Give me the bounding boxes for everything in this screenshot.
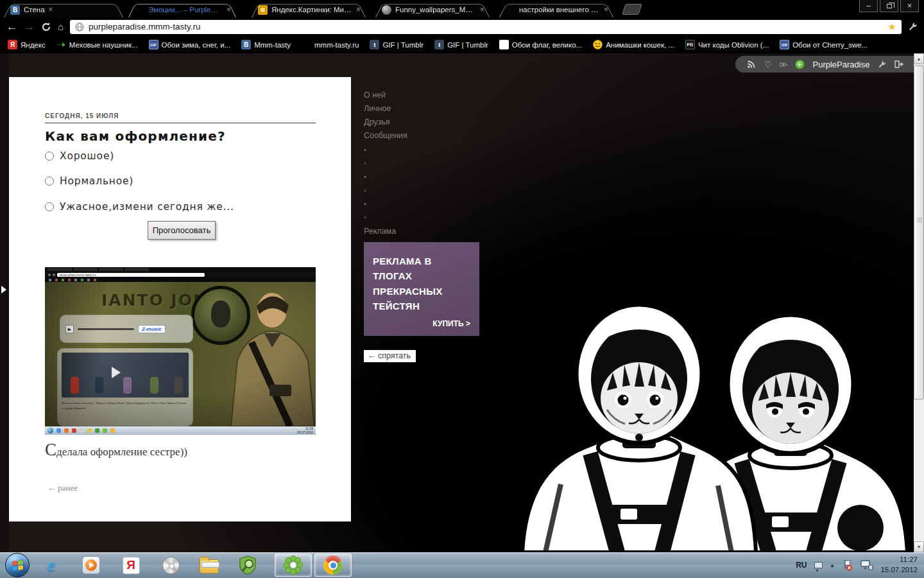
tasty-mosaic-icon (506, 5, 515, 15)
sidebar-bullet[interactable]: ▫ (364, 159, 366, 167)
sidebar-bullet[interactable]: • (364, 200, 366, 207)
forward-button[interactable]: → (24, 21, 35, 32)
minimize-button[interactable]: – (859, 0, 878, 12)
scroll-down-arrow[interactable]: ▼ (914, 541, 924, 552)
tab-purpleparadise[interactable]: Эмоции... – PurpleParadis × (128, 2, 236, 17)
vote-button[interactable]: Проголосовать (148, 221, 216, 240)
action-center-flag-icon[interactable] (842, 559, 853, 571)
taskbar-icq-open[interactable] (275, 554, 312, 577)
radio-button[interactable] (45, 152, 54, 161)
language-indicator[interactable]: RU (796, 561, 807, 570)
mini-address: ianto-jones.mmm-tasty.ru (57, 273, 205, 277)
sidebar-link-about[interactable]: О ней (364, 91, 386, 100)
mini-page-body: IANTO JONES ▶ Z-music (45, 282, 316, 426)
bookmark-gif-tumblr-1[interactable]: tGIF | Tumblr (370, 40, 424, 49)
restore-button[interactable] (880, 0, 898, 12)
rss-icon[interactable] (747, 60, 756, 69)
sidebar-link-personal[interactable]: Личное (364, 104, 391, 113)
radio-button[interactable] (45, 177, 54, 186)
bookmark-gif-tumblr-2[interactable]: tGIF | Tumblr (434, 40, 488, 49)
tab-close-icon[interactable]: × (604, 6, 608, 13)
tab-appearance-settings[interactable]: настройки внешнего вида × (499, 2, 613, 17)
poll-option: Хорошое) (45, 150, 114, 162)
close-button[interactable]: × (900, 0, 919, 12)
ad-banner[interactable]: РЕКЛАМА В ТЛОГАХ ПРЕКРАСНЫХ ТЕЙСТЯН КУПИ… (364, 242, 479, 336)
mini-play-icon: ▶ (65, 325, 74, 333)
tab-label: Яндекс.Картинки: Миним (271, 6, 352, 13)
tab-yandex-images[interactable]: Яндекс.Картинки: Миним × (252, 2, 366, 17)
sidebar-bullet[interactable]: • (364, 146, 366, 153)
home-button[interactable]: ⌂ (58, 22, 64, 31)
username-link[interactable]: PurpleParadise (813, 60, 870, 69)
sidebar-bullet[interactable]: ▫ (364, 186, 366, 194)
folder-icon (200, 559, 219, 574)
bookmark-cherry-wallpapers[interactable]: GIFОбои от Cherry_swe... (780, 40, 868, 49)
bookmark-winter-wallpapers[interactable]: GIFОбои зима, снег, и... (149, 40, 231, 49)
address-bar[interactable]: purpleparadise.mmm-tasty.ru ★ (70, 20, 902, 34)
bookmark-mmm-tasty[interactable]: BMmm-tasty (241, 40, 291, 49)
tray-time: 11:27 (880, 555, 918, 565)
taskbar-media-player[interactable] (77, 554, 105, 577)
bookmark-star-icon[interactable]: ★ (888, 21, 896, 33)
mini-taskbar: 11:0915.07.2012 (45, 426, 316, 435)
poll-option-label: Ужасное,измени сегодня же... (60, 201, 234, 213)
mini-zmusic-badge: Z-music (138, 325, 166, 333)
taskbar-antivirus[interactable] (234, 554, 262, 577)
tab-close-icon[interactable]: × (356, 6, 361, 13)
back-button[interactable]: ← (6, 21, 17, 32)
sidebar-bullet[interactable]: ▫ (364, 213, 366, 221)
tab-close-icon[interactable]: × (480, 6, 484, 13)
tab-vk-wall[interactable]: B Стена × (4, 2, 123, 17)
logout-icon[interactable] (894, 60, 903, 68)
bookmark-yandex[interactable]: ЯЯндекс (8, 40, 46, 49)
network-icon[interactable] (860, 559, 873, 571)
page-viewport: ♡ ▷▷ + PurpleParadise ▲ ▼ СЕГОДНЯ, 15 ИЮ… (0, 53, 924, 552)
post-image-browser-screenshot[interactable]: ianto-jones.mmm-tasty.ru IANTO JONES ▶ (45, 267, 316, 435)
earlier-link[interactable]: ← ранее (47, 483, 78, 493)
taskbar-disc-burner[interactable] (157, 554, 185, 577)
bookmark-earmuffs[interactable]: Меховые наушник... (56, 40, 138, 49)
sidebar-link-messages[interactable]: Сообщения (364, 131, 407, 140)
post-date-header: СЕГОДНЯ, 15 ИЮЛЯ (45, 112, 316, 123)
radio-button[interactable] (45, 202, 54, 211)
heart-icon[interactable]: ♡ (764, 60, 772, 69)
post-caption: Сделала оформление сестре)) (45, 440, 187, 460)
page-scrollbar[interactable]: ▲ ▼ (914, 53, 924, 552)
tab-close-icon[interactable]: × (49, 6, 53, 13)
sidebar-bullet[interactable]: • (364, 173, 366, 180)
bookmark-flag-wallpapers[interactable]: Обои флаг, велико... (499, 40, 582, 49)
clock[interactable]: 11:27 15.07.2012 (880, 555, 920, 575)
taskbar-explorer[interactable] (195, 554, 223, 577)
hidden-icons-arrow[interactable]: ▲ (830, 562, 835, 568)
settings-wrench-icon[interactable] (878, 60, 886, 69)
internet-explorer-icon: e (47, 556, 55, 575)
keyboard-layout-icon[interactable] (814, 562, 823, 568)
yandex-icon: Я (8, 40, 17, 49)
scrollbar-thumb[interactable] (914, 66, 924, 399)
mini-music-player: ▶ Z-music (60, 315, 193, 342)
poll-option: Нормальное) (45, 175, 133, 187)
taskbar-internet-explorer[interactable]: e (37, 554, 65, 577)
left-collapse-strip (0, 53, 9, 552)
wrench-menu-icon[interactable] (908, 22, 918, 31)
antivirus-shield-icon (239, 556, 257, 575)
bookmark-cat-animations[interactable]: Анимашки кошек, ... (593, 40, 674, 49)
fast-forward-icon[interactable]: ▷▷ (780, 61, 787, 67)
taskbar-yandex[interactable]: Я (117, 554, 145, 577)
tab-funny-wallpapers[interactable]: Funny_wallpapers_Males_a × (375, 2, 490, 17)
bookmark-mmm-tasty-ru[interactable]: mmm-tasty.ru (302, 40, 359, 49)
poll-option-label: Нормальное) (60, 175, 133, 187)
sidebar-link-friends[interactable]: Друзья (364, 118, 390, 127)
start-button[interactable] (5, 553, 30, 577)
add-plus-icon[interactable]: + (795, 60, 805, 69)
taskbar-chrome-open[interactable] (314, 554, 352, 577)
tab-close-icon[interactable]: × (227, 6, 231, 13)
hide-ad-link[interactable]: ← спрятать (364, 350, 416, 362)
bookmark-oblivion-cheats[interactable]: FGЧит коды Oblivion (... (685, 40, 769, 49)
tab-label: Эмоции... – PurpleParadis (148, 6, 223, 13)
tab-label: Стена (24, 6, 45, 13)
scroll-up-arrow[interactable]: ▲ (914, 53, 924, 64)
new-tab-button[interactable] (622, 4, 642, 15)
expand-arrow-icon[interactable] (1, 286, 6, 293)
reload-button[interactable] (41, 22, 51, 32)
